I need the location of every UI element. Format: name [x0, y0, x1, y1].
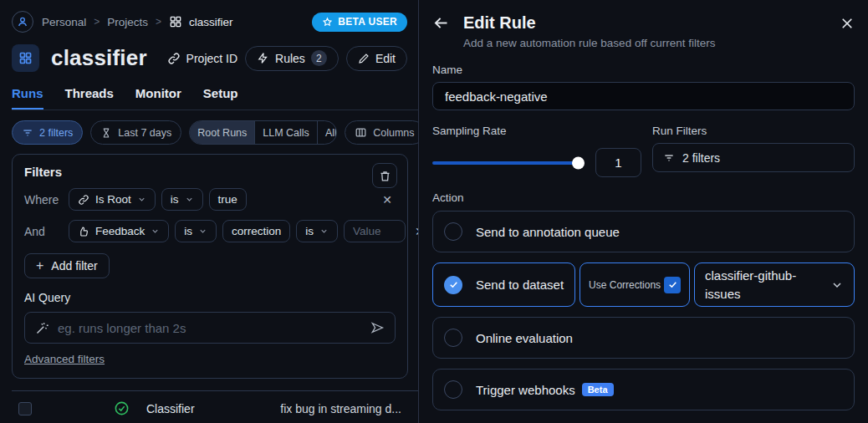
sampling-rate-value: 1: [595, 148, 641, 177]
filter-value[interactable]: true: [209, 188, 247, 211]
name-label: Name: [432, 64, 855, 76]
trash-icon: [379, 170, 391, 182]
grid-icon: [169, 15, 182, 28]
filter-value[interactable]: correction: [222, 220, 290, 242]
chevron-down-icon: [198, 227, 207, 236]
radio-selected-icon[interactable]: [444, 276, 462, 294]
project-panel: Personal > Projects > classifier BETA US…: [0, 0, 419, 423]
action-label: Action: [432, 191, 855, 204]
filters-count-button[interactable]: 2 filters: [12, 120, 83, 145]
segment-llm-calls[interactable]: LLM Calls: [254, 121, 317, 144]
columns-icon: [355, 126, 367, 139]
project-grid-icon: [12, 44, 39, 72]
segment-all-runs[interactable]: All Runs: [317, 121, 337, 144]
chevron-down-icon: [151, 227, 160, 236]
slider-handle[interactable]: [572, 156, 585, 169]
option-online-evaluation[interactable]: Online evaluation: [432, 317, 855, 359]
dataset-select-value: classifier-github-issues: [705, 267, 830, 303]
row-checkbox[interactable]: [18, 402, 32, 415]
remove-filter-icon[interactable]: ✕: [379, 191, 396, 208]
radio-unselected-icon[interactable]: [444, 380, 462, 399]
remove-filter-icon[interactable]: ✕: [411, 223, 419, 240]
sampling-rate-slider[interactable]: [432, 161, 583, 165]
ai-query-label: AI Query: [24, 291, 396, 304]
drawer-header: Edit Rule: [432, 13, 855, 33]
beta-user-badge: BETA USER: [312, 13, 407, 32]
ai-query-input[interactable]: [58, 321, 361, 335]
run-name: Classifier: [146, 402, 195, 415]
rule-name-input[interactable]: [432, 82, 855, 110]
option-send-to-annotation-queue[interactable]: Send to annotation queue: [432, 211, 855, 252]
filter-field-dropdown[interactable]: Is Root: [69, 188, 156, 211]
filter-operator-dropdown[interactable]: is: [175, 220, 217, 242]
option-send-to-dataset[interactable]: Send to dataset: [432, 262, 575, 307]
thumbs-up-icon: [78, 226, 89, 237]
link-icon: [78, 194, 89, 206]
run-type-segmented-control: Root Runs LLM Calls All Runs: [189, 120, 337, 145]
columns-button[interactable]: Columns: [345, 120, 419, 145]
filter-icon: [22, 127, 33, 139]
lightning-icon: [257, 52, 269, 64]
success-status-icon: [114, 400, 130, 416]
run-filters-button[interactable]: 2 filters: [652, 143, 855, 172]
table-row[interactable]: Classifier fix bug in streaming d...: [12, 391, 418, 423]
tab-bar: Runs Threads Monitor Setup: [12, 86, 418, 110]
filter-row-feedback: And Feedback is correction is ✕: [24, 220, 396, 242]
filter-operator-dropdown[interactable]: is: [161, 188, 203, 211]
tab-threads[interactable]: Threads: [65, 86, 114, 110]
dataset-select[interactable]: classifier-github-issues: [694, 262, 855, 307]
clear-filters-button[interactable]: [372, 163, 397, 188]
back-button[interactable]: [432, 14, 450, 32]
drawer-subtitle: Add a new automation rule based off curr…: [463, 37, 855, 49]
pencil-icon: [358, 53, 370, 64]
send-icon: [370, 320, 385, 335]
edit-rule-drawer: Edit Rule Add a new automation rule base…: [419, 0, 868, 423]
project-id-button[interactable]: Project ID: [167, 52, 237, 65]
avatar[interactable]: [12, 11, 33, 33]
sampling-rate-label: Sampling Rate: [432, 125, 641, 137]
chevron-right-icon: >: [94, 16, 100, 28]
beta-badge: Beta: [582, 383, 614, 396]
rules-button[interactable]: Rules 2: [245, 46, 339, 71]
filter-value-input[interactable]: [344, 220, 406, 242]
tab-setup[interactable]: Setup: [203, 86, 238, 110]
breadcrumb-account[interactable]: Personal: [42, 16, 86, 28]
option-send-to-dataset-row: Send to dataset Use Corrections classifi…: [432, 262, 855, 307]
hourglass-icon: [100, 127, 112, 139]
chevron-down-icon: [830, 278, 844, 292]
chevron-down-icon: [185, 195, 194, 204]
person-icon: [16, 15, 29, 28]
edit-button[interactable]: Edit: [346, 46, 407, 71]
breadcrumb: Personal > Projects > classifier BETA US…: [12, 11, 418, 33]
advanced-filters-link[interactable]: Advanced filters: [24, 353, 105, 365]
magic-wand-icon: [35, 321, 49, 335]
link-icon: [167, 52, 181, 65]
add-filter-button[interactable]: + Add filter: [24, 253, 110, 278]
breadcrumb-project[interactable]: classifier: [169, 15, 233, 28]
use-corrections-checkbox[interactable]: [664, 277, 681, 293]
tab-runs[interactable]: Runs: [12, 86, 43, 110]
filter-operator2-dropdown[interactable]: is: [296, 220, 338, 242]
option-trigger-webhooks[interactable]: Trigger webhooks Beta: [432, 369, 855, 410]
filters-panel-title: Filters: [24, 165, 396, 179]
filter-toolbar: 2 filters Last 7 days Root Runs LLM Call…: [12, 120, 418, 145]
check-icon: [667, 279, 678, 290]
breadcrumb-projects[interactable]: Projects: [107, 16, 148, 28]
filter-field-dropdown[interactable]: Feedback: [69, 220, 169, 242]
project-header: classifier Project ID Rules 2 Edit: [12, 44, 418, 72]
chevron-down-icon: [319, 227, 329, 236]
radio-unselected-icon[interactable]: [444, 222, 462, 241]
use-corrections-label: Use Corrections: [589, 279, 661, 291]
filters-panel: Filters Where Is Root is true ✕ A: [12, 154, 408, 379]
arrow-left-icon: [432, 14, 450, 32]
time-range-button[interactable]: Last 7 days: [90, 120, 181, 145]
segment-root-runs[interactable]: Root Runs: [190, 121, 254, 144]
close-button[interactable]: [840, 16, 855, 31]
tab-monitor[interactable]: Monitor: [135, 86, 181, 110]
ai-query-box: [24, 312, 396, 344]
submit-ai-query-icon[interactable]: [370, 320, 385, 335]
filter-conjunction: Where: [24, 193, 63, 206]
filter-icon: [663, 152, 675, 164]
radio-unselected-icon[interactable]: [444, 329, 462, 347]
filter-conjunction: And: [24, 225, 63, 238]
